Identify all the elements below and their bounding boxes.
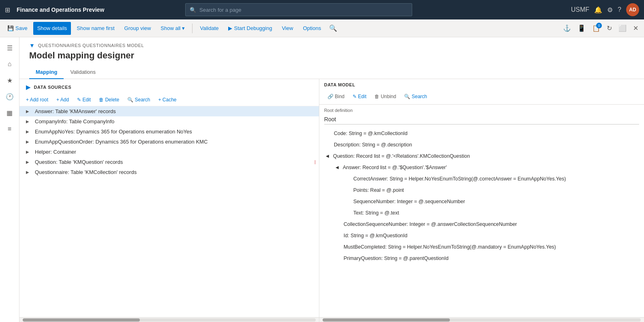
toolbar-badge-button[interactable]: 📋 0 [590,22,603,35]
toolbar-search-button[interactable]: 🔍 [327,22,340,35]
toolbar-pin-button[interactable]: ⚓ [561,22,573,35]
model-item-sequencenumber: SequenceNumber: Integer = @.sequenceNumb… [324,196,639,207]
datasources-tree: ▶ Answer: Table 'KMAnswer' records ▶ Com… [19,106,319,317]
model-item-answer-section: ◀ Answer: Record list = @.'$Question'.'$… [324,162,639,173]
tree-item-enumappquestionorder[interactable]: ▶ EnumAppQuestionOrder: Dynamics 365 for… [19,137,319,147]
page-title: Model mapping designer [19,49,644,66]
group-view-button[interactable]: Group view [120,22,155,35]
show-name-first-button[interactable]: Show name first [73,22,118,35]
model-item-mustbecompleted: MustBeCompleted: String = Helper.NoYesEn… [324,241,639,253]
tree-expand-icon: ▶ [26,170,32,174]
tree-item-enumappnoyes[interactable]: ▶ EnumAppNoYes: Dynamics 365 for Operati… [19,127,319,137]
left-panel: ▶ DATA SOURCES + Add root + Add ✎ Edit 🗑… [19,79,319,322]
username-label: USMF [571,6,589,13]
model-item-points: Points: Real = @.point [324,185,639,196]
toolbar-right: ⚓ 📱 📋 0 ↻ ⬜ ✕ [561,22,641,35]
right-scrollbar-thumb [323,318,450,322]
edit-button[interactable]: ✎ Edit [74,95,94,104]
badge: 0 [596,23,602,28]
tree-expand-icon: ▶ [26,119,32,124]
search-button[interactable]: 🔍 Search [124,95,153,104]
tree-expand-icon: ▶ [26,109,32,114]
model-item-collectionseqnum: CollectionSequenceNumber: Integer = @.an… [324,219,639,230]
show-all-chevron: ▾ [182,25,185,31]
add-root-button[interactable]: + Add root [23,95,51,104]
toolbar-refresh-button[interactable]: ↻ [604,22,614,35]
validate-button[interactable]: Validate [196,22,223,35]
tree-expand-icon: ▶ [26,140,32,144]
question-section-triangle: ◀ [324,153,331,159]
avatar[interactable]: AD [626,3,639,16]
right-panel-scrollbar[interactable] [319,317,644,322]
notification-icon[interactable]: 🔔 [594,6,602,14]
add-button[interactable]: + Add [53,95,72,104]
sidebar-item-home[interactable]: ⌂ [2,57,17,71]
cache-button[interactable]: + Cache [155,95,180,104]
toolbar-mobile-button[interactable]: 📱 [575,22,588,35]
right-panel: DATA MODEL 🔗 Bind ✎ Edit 🗑 Unbind 🔍 Sear… [319,79,644,322]
settings-icon[interactable]: ⚙ [607,6,613,14]
tab-validations[interactable]: Validations [64,66,102,79]
bind-button[interactable]: 🔗 Bind [324,92,348,101]
tree-item-question[interactable]: ▶ Question: Table 'KMQuestion' records | [19,157,319,167]
left-scrollbar-thumb [23,318,140,322]
tabs: Mapping Validations [19,66,644,79]
datamodel-toolbar: 🔗 Bind ✎ Edit 🗑 Unbind 🔍 Search [319,89,644,105]
datasources-expand-icon[interactable]: ▶ [26,84,31,90]
datamodel-header: DATA MODEL [319,79,644,89]
tree-expand-icon: ▶ [26,129,32,134]
question-flag: | [315,160,316,164]
sidebar-item-workspaces[interactable]: ▦ [2,105,17,120]
model-item-description: Description: String = @.description [324,139,639,150]
toolbar-separator-1 [192,24,193,33]
app-grid-icon[interactable]: ⊞ [5,6,10,14]
root-definition-label: Root definition [324,108,639,113]
tree-item-companyinfo[interactable]: ▶ CompanyInfo: Table CompanyInfo [19,116,319,127]
show-all-button[interactable]: Show all ▾ [156,22,189,35]
main-content: ▼ QUESTIONNAIRES QUESTIONNAIRES MODEL Mo… [19,37,644,322]
toolbar-search-icon: 🔍 [329,24,337,32]
split-panels: ▶ DATA SOURCES + Add root + Add ✎ Edit 🗑… [19,79,644,322]
show-details-button[interactable]: Show details [33,22,71,35]
sidebar-item-menu[interactable]: ☰ [2,41,17,55]
answer-section-triangle: ◀ [334,164,340,171]
unbind-button[interactable]: 🗑 Unbind [371,92,399,101]
datasources-toolbar: + Add root + Add ✎ Edit 🗑 Delete 🔍 Searc… [19,94,319,106]
tree-item-helper[interactable]: ▶ Helper: Container [19,147,319,157]
left-scrollbar-track [23,318,316,322]
datasources-header: ▶ DATA SOURCES [19,79,319,94]
left-panel-scrollbar[interactable] [19,317,319,322]
search-bar[interactable]: 🔍 [185,3,412,16]
app-title: Finance and Operations Preview [17,6,104,13]
tree-expand-icon: ▶ [26,150,32,154]
search-model-button[interactable]: 🔍 Search [401,92,430,101]
view-button[interactable]: View [278,22,297,35]
sidebar-item-modules[interactable]: ≡ [2,122,17,136]
model-item-primaryquestion: PrimaryQuestion: String = @.parentQuesti… [324,253,639,264]
top-navigation: ⊞ Finance and Operations Preview 🔍 USMF … [0,0,644,19]
model-item-question-section: ◀ Question: Record list = @.'<Relations'… [324,150,639,162]
tree-item-answer[interactable]: ▶ Answer: Table 'KMAnswer' records [19,106,319,116]
model-item-id: Id: String = @.kmQuestionId [324,230,639,241]
edit-model-button[interactable]: ✎ Edit [349,92,370,101]
sidebar: ☰ ⌂ ★ 🕐 ▦ ≡ [0,37,19,322]
save-button[interactable]: 💾 Save [3,22,32,35]
options-button[interactable]: Options [299,22,325,35]
toolbar-close-button[interactable]: ✕ [631,22,641,35]
search-input[interactable] [199,7,408,13]
tree-expand-icon: ▶ [26,160,32,164]
tab-mapping[interactable]: Mapping [29,66,64,79]
model-item-code: Code: String = @.kmCollectionId [324,128,639,139]
filter-icon[interactable]: ▼ [29,42,35,49]
sidebar-item-recent[interactable]: 🕐 [2,89,17,104]
sidebar-item-favorites[interactable]: ★ [2,73,17,88]
search-bar-icon: 🔍 [190,7,196,13]
save-icon: 💾 [7,25,14,31]
model-item-correctanswer: CorrectAnswer: String = Helper.NoYesEnum… [324,173,639,185]
delete-button[interactable]: 🗑 Delete [96,95,122,104]
right-scrollbar-track [323,318,641,322]
tree-item-questionnaire[interactable]: ▶ Questionnaire: Table 'KMCollection' re… [19,167,319,177]
toolbar-expand-button[interactable]: ⬜ [616,22,629,35]
start-debugging-button[interactable]: ▶ Start Debugging [224,22,276,35]
help-icon[interactable]: ? [618,6,621,13]
